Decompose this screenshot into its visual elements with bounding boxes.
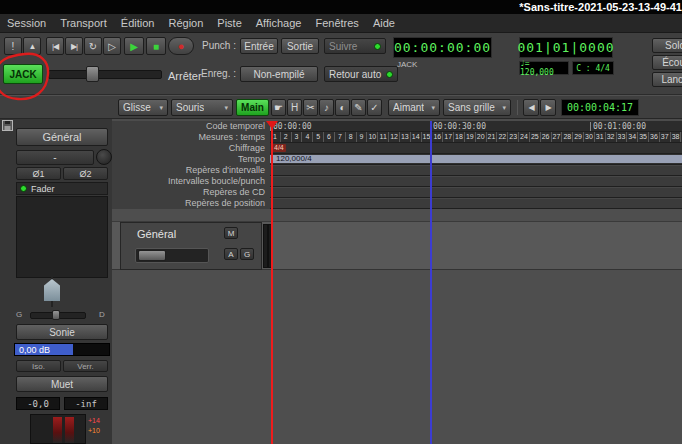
fader-handle[interactable] [44,279,60,301]
tool-range-icon[interactable]: H [287,99,302,116]
tool-timefx-icon[interactable]: ◐ [335,99,350,116]
secondary-clock[interactable]: 001|01|0000 [519,37,613,58]
bars-ruler[interactable]: 1234567891011121314151617181920212223242… [270,132,682,143]
meter-bar-right [65,417,74,443]
bar-number-cell: 2 [281,132,292,142]
track-canvas[interactable]: Général M A G [112,209,682,444]
bar-number-cell: 34 [627,132,638,142]
peak-display-right[interactable]: -inf [64,397,108,410]
drag-mode-label: Glisse [123,102,151,113]
bar-number-cell: 23 [508,132,519,142]
ruler-label: Tempo [112,154,270,165]
tempo-display[interactable]: ♩= 120,000 [519,61,569,75]
output-button[interactable]: - [16,150,94,165]
menu-item[interactable]: Édition [114,14,162,33]
drag-mode-combo[interactable]: Glisse [118,99,168,116]
edit-point-clock[interactable]: 00:00:04:17 [561,99,639,116]
goto-start-button[interactable]: |◀ [46,37,64,55]
menu-item[interactable]: Aide [366,14,402,33]
ruler-tempo: Tempo 120,000/4 [112,154,682,165]
menu-item[interactable]: Session [0,14,53,33]
pan-right-label: D [99,310,105,319]
time-signature-marker[interactable]: 4/4 [272,144,286,152]
bar-number-cell: 28 [562,132,573,142]
tool-grab-icon[interactable]: ☛ [271,99,286,116]
tempo-ruler[interactable]: 120,000/4 [270,154,682,165]
playhead-marker-icon[interactable] [266,121,278,129]
midi-panic-button[interactable]: ! [4,37,22,55]
tempo-marker[interactable]: 120,000/4 [270,155,682,163]
listen-button[interactable]: Écout [652,55,682,70]
punch-in-button[interactable]: Entrée [240,38,278,54]
loop-punch-ruler[interactable] [270,176,682,187]
processor-box[interactable] [16,196,108,278]
cd-markers-ruler[interactable] [270,187,682,198]
track-name[interactable]: Général [137,228,176,240]
pan-handle[interactable] [52,310,60,320]
track-gain-handle[interactable] [138,250,166,261]
track-group-button[interactable]: G [240,248,254,260]
loop-button[interactable]: ↻ [84,37,102,55]
menu-item[interactable]: Région [161,14,210,33]
location-markers-ruler[interactable] [270,198,682,209]
shuttle-slider[interactable] [48,70,162,79]
track-automation-button[interactable]: A [224,248,238,260]
record-button[interactable]: ● [168,37,194,55]
tool-draw-icon[interactable]: ✎ [351,99,366,116]
ruler-timecode: Code temporel 00:00:00 00:00:30:00 00:01… [112,121,682,132]
session-marker-line[interactable] [430,121,432,444]
ruler-label: Code temporel [112,121,270,132]
mouse-mode-combo[interactable]: Souris [171,99,233,116]
timecode-ruler[interactable]: 00:00:00 00:00:30:00 00:01:00:00 [270,121,682,132]
shuttle-handle[interactable] [86,66,99,82]
playhead-line[interactable] [271,121,273,444]
record-mode-button[interactable]: Non-empilé [240,66,318,82]
bar-number-cell: 22 [497,132,508,142]
track-mute-button[interactable]: M [224,227,238,239]
smart-mode-button[interactable]: Main [236,99,269,116]
play-button[interactable]: ▶ [124,37,144,55]
jack-sync-button[interactable]: JACK [3,64,43,84]
stop-button[interactable]: ■ [146,37,166,55]
ruler-label: Intervalles boucle/punch [112,176,270,187]
solo-lock-button[interactable]: Verr. [63,360,108,372]
audition-icon[interactable]: ▲ [23,37,41,55]
tool-cut-icon[interactable]: ✂ [303,99,318,116]
goto-end-button[interactable]: ▶| [65,37,83,55]
tool-audition-icon[interactable]: ♪ [319,99,334,116]
range-markers-ruler[interactable] [270,165,682,176]
auto-return-button[interactable]: Retour auto [324,66,398,82]
peak-display-left[interactable]: -0,0 [16,397,60,410]
nav-next-button[interactable]: ▶ [540,99,556,116]
track-header[interactable]: Général M A G [120,222,262,270]
menu-item[interactable]: Fenêtres [308,14,365,33]
time-signature-ruler[interactable]: 4/4 [270,143,682,154]
launch-button[interactable]: Lance [652,72,682,87]
phase-1-button[interactable]: Ø1 [16,167,61,180]
menu-item[interactable]: Affichage [249,14,309,33]
strip-name-button[interactable]: Général [16,128,108,146]
solo-isolate-button[interactable]: Iso. [16,360,61,372]
nav-prev-button[interactable]: ◀ [523,99,539,116]
trim-knob[interactable] [96,149,112,165]
punch-out-button[interactable]: Sortie [281,38,319,54]
ruler-label: Repères d'intervalle [112,165,270,176]
meter-display[interactable]: C : 4/4 [572,61,614,75]
save-icon[interactable] [2,120,13,131]
snap-mode-combo[interactable]: Aimant [388,99,440,116]
primary-clock[interactable]: 00:00:00:00 [393,37,492,58]
gain-display[interactable]: 0,00 dB [14,343,110,356]
follow-button[interactable]: Suivre [324,38,386,54]
grid-mode-combo[interactable]: Sans grille [443,99,511,116]
play-selection-button[interactable]: ▷ [103,37,121,55]
menu-item[interactable]: Transport [53,14,114,33]
menu-item[interactable]: Piste [210,14,248,33]
solo-button[interactable]: Solo [652,38,682,53]
track-gain-slider[interactable] [135,248,209,263]
phase-2-button[interactable]: Ø2 [63,167,108,180]
window-title: *Sans-titre-2021-05-23-13-49-41 [519,1,682,13]
tool-edit-icon[interactable]: ✓ [367,99,382,116]
mute-button[interactable]: Muet [16,376,108,392]
loudness-button[interactable]: Sonie [16,324,108,340]
processor-fader-entry[interactable]: Fader [16,182,108,195]
